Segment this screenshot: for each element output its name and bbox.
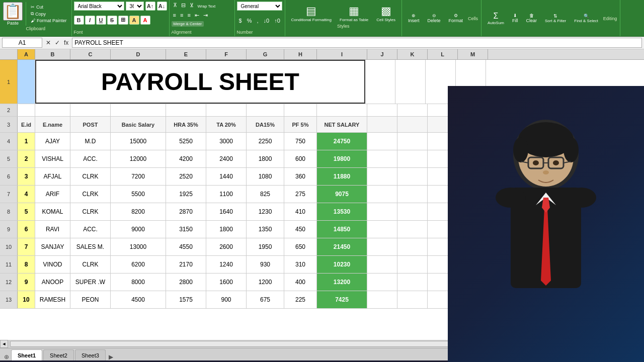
col-header-h[interactable]: H <box>284 49 317 59</box>
align-center-button[interactable]: ≡ <box>179 12 185 19</box>
font-name-select[interactable]: Arial Black <box>74 2 124 11</box>
cell-ta-7[interactable]: 1240 <box>206 256 247 273</box>
cell-net-4[interactable]: 13530 <box>317 203 367 220</box>
cell-m-6[interactable] <box>458 238 488 255</box>
cell-k-0[interactable] <box>397 133 428 150</box>
new-sheet-button[interactable]: ⊕ <box>2 353 11 360</box>
cell-l-4[interactable] <box>428 203 458 220</box>
cell-l-1[interactable] <box>428 150 458 167</box>
scroll-left-button[interactable]: ◄ <box>0 340 8 348</box>
cell-pf-4[interactable]: 410 <box>284 203 317 220</box>
cell-net-5[interactable]: 14850 <box>317 221 367 238</box>
cell-eid-7[interactable]: 8 <box>18 256 35 273</box>
percent-button[interactable]: % <box>245 17 254 24</box>
cell-name-3[interactable]: ARIF <box>35 186 70 203</box>
cell-k2[interactable] <box>397 104 428 116</box>
cell-basic-3[interactable]: 5500 <box>111 186 166 203</box>
cell-l-0[interactable] <box>428 133 458 150</box>
more-sheets-icon[interactable]: ▶ <box>109 353 113 360</box>
cell-m-3[interactable] <box>458 186 488 203</box>
cell-hra-1[interactable]: 4200 <box>166 150 206 167</box>
autosum-button[interactable]: Σ AutoSum <box>485 10 507 27</box>
cell-k-4[interactable] <box>397 203 428 220</box>
cell-j-1[interactable] <box>367 150 397 167</box>
cell-eid-3[interactable]: 4 <box>18 186 35 203</box>
cell-basic-6[interactable]: 13000 <box>111 238 166 255</box>
header-ta[interactable]: TA 20% <box>206 117 247 132</box>
col-header-c[interactable]: C <box>70 49 111 59</box>
cell-j-8[interactable] <box>367 274 397 291</box>
increase-font-button[interactable]: A↑ <box>145 2 155 11</box>
cell-name-4[interactable]: KOMAL <box>35 203 70 220</box>
copy-button[interactable]: ⧉ Copy <box>29 11 68 17</box>
cell-net-0[interactable]: 24750 <box>317 133 367 150</box>
cell-l-5[interactable] <box>428 221 458 238</box>
cell-f2[interactable] <box>206 104 247 116</box>
header-ename[interactable]: E.name <box>35 117 70 132</box>
cell-name-2[interactable]: AFJAL <box>35 168 70 185</box>
cell-j-4[interactable] <box>367 203 397 220</box>
cell-m2[interactable] <box>458 104 488 116</box>
cell-pf-6[interactable]: 650 <box>284 238 317 255</box>
indent-decrease-button[interactable]: ⇤ <box>193 12 201 19</box>
cell-da-3[interactable]: 825 <box>247 186 284 203</box>
cell-hra-9[interactable]: 1575 <box>166 291 206 308</box>
col-header-m[interactable]: M <box>458 49 488 59</box>
header-j[interactable] <box>367 117 397 132</box>
cell-da-8[interactable]: 1200 <box>247 274 284 291</box>
cell-da-1[interactable]: 1800 <box>247 150 284 167</box>
indent-increase-button[interactable]: ⇥ <box>202 12 209 19</box>
cell-h2[interactable] <box>284 104 317 116</box>
cell-pf-3[interactable]: 275 <box>284 186 317 203</box>
cell-eid-8[interactable]: 9 <box>18 274 35 291</box>
row-num-10[interactable]: 10 <box>0 238 18 255</box>
row-num-1[interactable]: 1 <box>0 60 18 104</box>
cell-l-7[interactable] <box>428 256 458 273</box>
row-num-11[interactable]: 11 <box>0 256 18 273</box>
cell-hra-4[interactable]: 2870 <box>166 203 206 220</box>
cell-k-2[interactable] <box>397 168 428 185</box>
cell-name-7[interactable]: VINOD <box>35 256 70 273</box>
cell-ta-3[interactable]: 1100 <box>206 186 247 203</box>
row-num-2[interactable]: 2 <box>0 104 18 116</box>
cell-k-5[interactable] <box>397 221 428 238</box>
cancel-formula-button[interactable]: ✕ <box>44 39 52 46</box>
paste-button[interactable]: 📋 <box>3 2 23 21</box>
cell-eid-9[interactable]: 10 <box>18 291 35 308</box>
cell-hra-5[interactable]: 3150 <box>166 221 206 238</box>
insert-function-button[interactable]: fx <box>62 39 70 46</box>
cell-k-3[interactable] <box>397 186 428 203</box>
cell-pf-9[interactable]: 225 <box>284 291 317 308</box>
horizontal-scrollbar[interactable] <box>10 341 634 347</box>
cell-m-5[interactable] <box>458 221 488 238</box>
align-right-button[interactable]: ≡ <box>186 12 192 19</box>
cell-post-6[interactable]: SALES M. <box>70 238 111 255</box>
cell-post-3[interactable]: CLRK <box>70 186 111 203</box>
cell-basic-7[interactable]: 6200 <box>111 256 166 273</box>
cell-m-2[interactable] <box>458 168 488 185</box>
format-as-table-button[interactable]: ▦ Format as Table <box>337 4 371 23</box>
find-select-button[interactable]: 🔍 Find & Select <box>571 12 601 25</box>
wrap-text-button[interactable]: Wrap Text <box>196 2 217 9</box>
cell-hra-6[interactable]: 4550 <box>166 238 206 255</box>
col-header-a[interactable]: A <box>18 49 35 59</box>
fill-button[interactable]: ⬇ Fill <box>509 12 521 25</box>
header-hra[interactable]: HRA 35% <box>166 117 206 132</box>
cell-l-3[interactable] <box>428 186 458 203</box>
header-m[interactable] <box>458 117 488 132</box>
col-header-f[interactable]: F <box>206 49 247 59</box>
cell-post-2[interactable]: CLRK <box>70 168 111 185</box>
italic-button[interactable]: I <box>85 16 95 25</box>
header-pf[interactable]: PF 5% <box>284 117 317 132</box>
decrease-decimal-button[interactable]: ↓0 <box>262 17 272 24</box>
cell-name-5[interactable]: RAVI <box>35 221 70 238</box>
number-format-select[interactable]: General <box>237 2 282 11</box>
cell-eid-5[interactable]: 6 <box>18 221 35 238</box>
cell-post-7[interactable]: CLRK <box>70 256 111 273</box>
cell-eid-2[interactable]: 3 <box>18 168 35 185</box>
cell-net-6[interactable]: 21450 <box>317 238 367 255</box>
cell-name-1[interactable]: VISHAL <box>35 150 70 167</box>
cell-j1[interactable] <box>365 60 395 104</box>
col-header-k[interactable]: K <box>397 49 428 59</box>
cell-basic-9[interactable]: 4500 <box>111 291 166 308</box>
